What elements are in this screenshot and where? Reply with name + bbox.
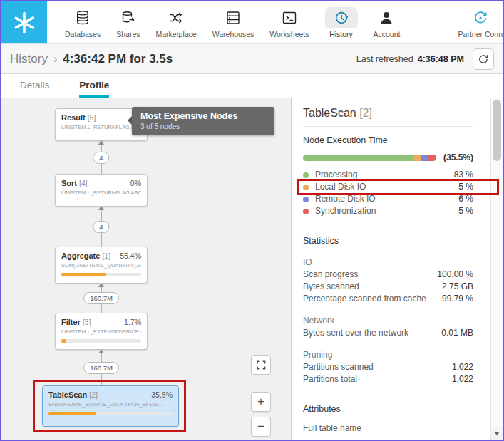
attributes-section: Attributes Full table name SNOWFLAKE_SAM…: [303, 395, 473, 440]
history-icon: [325, 7, 358, 28]
nav-item-databases[interactable]: Databases: [57, 1, 108, 43]
edge-rowcount-badge: 4: [93, 152, 109, 164]
refresh-button[interactable]: [473, 48, 494, 70]
stat-value: 1,022: [452, 373, 473, 385]
nav-item-label: Databases: [65, 30, 101, 38]
nav-item-shares[interactable]: Shares: [108, 1, 148, 43]
node-percent: 55.4%: [120, 251, 141, 260]
node-tag: [1]: [102, 251, 110, 260]
header-right: Last refreshed 4:36:48 PM: [356, 48, 494, 70]
zoom-in-button[interactable]: +: [251, 392, 271, 412]
most-expensive-nodes-tooltip: Most Expensive Nodes 3 of 5 nodes: [132, 107, 274, 135]
execution-bar-row: (35.5%): [303, 152, 473, 162]
legend-dot-icon: [303, 172, 309, 178]
nav-item-label: History: [329, 30, 353, 38]
last-refreshed-time: 4:36:48 PM: [418, 54, 464, 64]
refresh-icon: [478, 53, 489, 65]
graph-node-sort[interactable]: Sort [4] 0% LINEITEM.L_RETURNFLAG ASC NU…: [55, 174, 148, 207]
breadcrumb-separator-icon: ›: [53, 53, 57, 66]
scrollbar-thumb[interactable]: [493, 100, 501, 161]
stat-row-bytes-scanned: Bytes scanned 2.75 GB: [303, 281, 473, 293]
statistics-section: Statistics IO Scan progress 100.00 % Byt…: [303, 227, 473, 395]
node-detail: SUM(LINEITEM.L_QUANTITY),SUM(LINEIT...: [61, 262, 141, 269]
stat-label: Partitions total: [303, 373, 452, 385]
tab-details[interactable]: Details: [20, 74, 49, 98]
node-details-panel: TableScan [2] Node Execution Time (35.5%…: [291, 98, 503, 440]
stat-value: 99.79 %: [442, 293, 473, 305]
stat-row-cache-percentage: Percentage scanned from cache 99.79 %: [303, 293, 473, 305]
nav-item-label: Warehouses: [212, 30, 254, 38]
scrollbar-down-button[interactable]: [491, 427, 503, 440]
stat-group-pruning: Pruning: [303, 349, 473, 361]
nav-item-label: Partner Conn: [458, 30, 503, 38]
nav-item-history[interactable]: History: [317, 1, 366, 43]
marketplace-icon: [168, 7, 185, 28]
legend-label: Remote Disk IO: [315, 193, 458, 205]
node-tag: [3]: [83, 318, 91, 326]
top-navigation: Databases Shares: [1, 1, 503, 44]
snowflake-icon: [12, 11, 36, 35]
stat-row-bytes-sent: Bytes sent over the network 0.01 MB: [303, 327, 473, 339]
stat-label: Bytes sent over the network: [303, 327, 441, 339]
bar-segment-local-disk-io: [413, 155, 420, 161]
nav-item-label: Shares: [116, 30, 140, 38]
shares-icon: [120, 7, 137, 28]
nav-separator: [446, 9, 446, 36]
breadcrumb-root[interactable]: History: [10, 52, 48, 66]
node-detail: LINEITEM.L_RETURNFLAG,LINEIT...: [61, 124, 141, 130]
nav-item-account[interactable]: Account: [366, 1, 408, 43]
node-tag: [5]: [88, 113, 96, 122]
fit-to-screen-icon: [256, 360, 267, 370]
graph-node-filter[interactable]: Filter [3] 1.7% LINEITEM.L_EXTENDEDPRICE…: [55, 313, 148, 350]
legend-value: 5 %: [458, 205, 473, 217]
nav-item-worksheets[interactable]: Worksheets: [262, 1, 317, 43]
node-name: Filter: [61, 318, 81, 326]
stat-row-partitions-scanned: Partitions scanned 1,022: [303, 361, 473, 373]
tooltip-arrow-icon: [128, 116, 132, 125]
legend-value: 5 %: [458, 181, 473, 193]
nav-item-marketplace[interactable]: Marketplace: [148, 1, 204, 43]
node-percent: 35.5%: [151, 390, 173, 399]
node-tag: [2]: [89, 390, 98, 399]
legend-dot-icon: [303, 209, 309, 214]
full-table-name-label: Full table name: [303, 423, 473, 433]
node-name: Sort: [61, 179, 77, 187]
node-percent: 0%: [130, 179, 141, 187]
legend-label: Synchronization: [315, 205, 458, 217]
fit-to-screen-button[interactable]: [251, 355, 271, 375]
panel-title-name: TableScan: [303, 107, 356, 119]
stat-row-partitions-total: Partitions total 1,022: [303, 373, 473, 385]
nav-item-partner-connect[interactable]: Partner Conn: [451, 1, 503, 43]
page-header: History › 4:36:42 PM for 3.5s Last refre…: [1, 44, 503, 74]
snowflake-logo[interactable]: [1, 1, 47, 43]
content-area: 4 4 160.7M 160.7M Result [5] LINEITEM.L_…: [1, 98, 503, 440]
query-plan-graph: 4 4 160.7M 160.7M Result [5] LINEITEM.L_…: [1, 98, 291, 440]
edge-rowcount-badge: 4: [93, 221, 109, 233]
breadcrumb-current: 4:36:42 PM for 3.5s: [63, 52, 173, 66]
worksheets-icon: [281, 7, 298, 28]
account-icon: [378, 7, 395, 28]
tab-profile[interactable]: Profile: [79, 74, 109, 98]
bar-segment-remote-disk-io: [421, 155, 428, 161]
node-name: Aggregate: [61, 251, 100, 260]
node-percent: 1.7%: [124, 318, 141, 326]
legend-label: Local Disk IO: [315, 181, 458, 193]
node-cost-bar: [61, 273, 141, 276]
execution-time-bar: [303, 155, 436, 161]
nav-item-warehouses[interactable]: Warehouses: [205, 1, 262, 43]
details-scrollbar[interactable]: [490, 98, 503, 440]
statistics-heading: Statistics: [303, 236, 473, 246]
execution-legend: Processing 83 % Local Disk IO 5 % Remote…: [303, 169, 473, 217]
arrow-down-icon: [494, 432, 500, 435]
graph-node-tablescan[interactable]: TableScan [2] 35.5% SNOWFLAKE_SAMPLE_DAT…: [42, 385, 179, 427]
legend-value: 83 %: [454, 169, 473, 181]
legend-value: 6 %: [458, 193, 473, 205]
stat-row-scan-progress: Scan progress 100.00 %: [303, 269, 473, 281]
stat-value: 2.75 GB: [442, 281, 473, 293]
panel-title: TableScan [2]: [303, 107, 473, 127]
edge-rowcount-badge: 160.7M: [83, 362, 119, 374]
zoom-out-button[interactable]: −: [251, 417, 271, 437]
legend-dot-icon: [303, 185, 309, 190]
stat-group-io: IO: [303, 256, 473, 269]
graph-node-aggregate[interactable]: Aggregate [1] 55.4% SUM(LINEITEM.L_QUANT…: [55, 247, 148, 284]
